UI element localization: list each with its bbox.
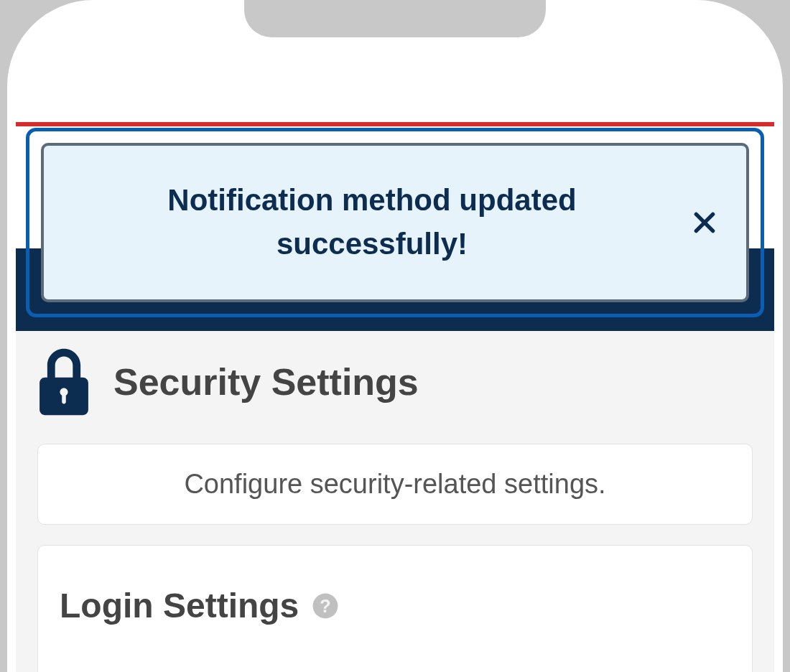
security-description-card: Configure security-related settings. xyxy=(37,444,753,525)
phone-frame: Notification method updated successfully… xyxy=(7,0,783,672)
phone-notch xyxy=(244,0,546,37)
login-settings-title: Login Settings xyxy=(60,586,299,625)
content-area: Security Settings Configure security-rel… xyxy=(16,330,774,672)
page-title: Security Settings xyxy=(113,360,419,403)
toast-message: Notification method updated successfully… xyxy=(65,179,679,266)
login-settings-header: Login Settings ? xyxy=(60,586,730,625)
security-section-header: Security Settings xyxy=(37,346,753,418)
svg-text:?: ? xyxy=(320,595,331,615)
toast-focus-ring: Notification method updated successfully… xyxy=(26,128,764,317)
close-icon[interactable] xyxy=(684,202,725,243)
help-icon[interactable]: ? xyxy=(312,592,339,620)
toast-notification: Notification method updated successfully… xyxy=(41,143,749,302)
login-settings-card: Login Settings ? xyxy=(37,545,753,672)
security-description-text: Configure security-related settings. xyxy=(58,469,732,500)
lock-icon xyxy=(37,346,90,418)
